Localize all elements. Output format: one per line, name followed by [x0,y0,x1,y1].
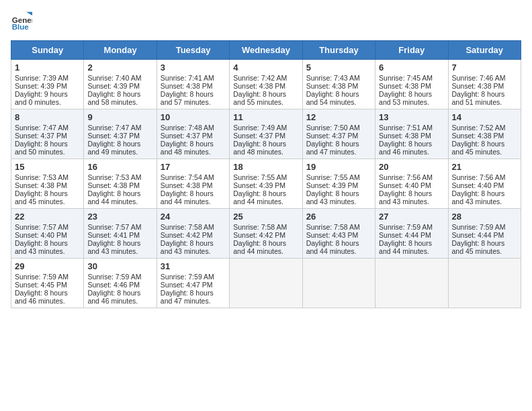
sunset-text: Sunset: 4:46 PM [87,281,152,289]
day-number: 14 [452,112,517,122]
calendar-cell: 25Sunrise: 7:58 AMSunset: 4:42 PMDayligh… [230,209,302,259]
day-of-week-friday: Friday [375,41,448,60]
sunset-text: Sunset: 4:37 PM [306,132,371,140]
calendar-cell: 27Sunrise: 7:59 AMSunset: 4:44 PMDayligh… [375,209,448,259]
calendar-cell: 11Sunrise: 7:49 AMSunset: 4:37 PMDayligh… [230,109,302,159]
daylight-text: Daylight: 8 hours and 43 minutes. [161,239,226,255]
calendar-cell: 29Sunrise: 7:59 AMSunset: 4:45 PMDayligh… [11,259,84,308]
sunset-text: Sunset: 4:38 PM [15,181,80,189]
svg-marker-2 [26,12,32,15]
daylight-text: Daylight: 8 hours and 48 minutes. [161,140,226,156]
daylight-text: Daylight: 8 hours and 47 minutes. [161,289,226,305]
day-number: 3 [161,62,226,73]
sunrise-text: Sunrise: 7:50 AM [306,124,371,132]
sunrise-text: Sunrise: 7:59 AM [379,223,444,231]
logo: General Blue [11,11,32,32]
calendar-cell: 2Sunrise: 7:40 AMSunset: 4:39 PMDaylight… [84,60,157,109]
day-number: 6 [379,62,444,73]
sunrise-text: Sunrise: 7:47 AM [87,124,152,132]
sunrise-text: Sunrise: 7:56 AM [379,173,444,181]
day-number: 9 [87,112,152,122]
sunset-text: Sunset: 4:39 PM [306,181,371,189]
day-number: 26 [306,212,371,222]
calendar-week-3: 15Sunrise: 7:53 AMSunset: 4:38 PMDayligh… [11,159,521,209]
calendar-cell: 20Sunrise: 7:56 AMSunset: 4:40 PMDayligh… [375,159,448,209]
daylight-text: Daylight: 8 hours and 53 minutes. [379,90,444,106]
day-of-week-wednesday: Wednesday [230,41,302,60]
page-header: General Blue [11,11,521,32]
sunset-text: Sunset: 4:41 PM [87,231,152,239]
calendar-cell: 22Sunrise: 7:57 AMSunset: 4:40 PMDayligh… [11,209,84,259]
calendar-week-5: 29Sunrise: 7:59 AMSunset: 4:45 PMDayligh… [11,259,521,308]
calendar-cell: 26Sunrise: 7:58 AMSunset: 4:43 PMDayligh… [302,209,375,259]
daylight-text: Daylight: 8 hours and 43 minutes. [87,239,152,255]
day-number: 22 [15,212,80,222]
daylight-text: Daylight: 8 hours and 49 minutes. [87,140,152,156]
daylight-text: Daylight: 8 hours and 55 minutes. [233,90,298,106]
calendar-cell [230,259,302,308]
sunset-text: Sunset: 4:38 PM [306,82,371,90]
day-number: 24 [161,212,226,222]
day-number: 10 [161,112,226,122]
sunrise-text: Sunrise: 7:45 AM [379,74,444,82]
day-of-week-thursday: Thursday [302,41,375,60]
calendar-cell: 7Sunrise: 7:46 AMSunset: 4:38 PMDaylight… [448,60,521,109]
day-number: 7 [452,62,517,73]
sunset-text: Sunset: 4:40 PM [379,181,444,189]
daylight-text: Daylight: 8 hours and 44 minutes. [233,189,298,205]
sunrise-text: Sunrise: 7:40 AM [87,74,152,82]
sunrise-text: Sunrise: 7:57 AM [15,223,80,231]
calendar-week-1: 1Sunrise: 7:39 AMSunset: 4:39 PMDaylight… [11,60,521,109]
sunset-text: Sunset: 4:38 PM [161,82,226,90]
day-number: 2 [87,62,152,73]
calendar-week-2: 8Sunrise: 7:47 AMSunset: 4:37 PMDaylight… [11,109,521,159]
sunset-text: Sunset: 4:38 PM [379,132,444,140]
sunrise-text: Sunrise: 7:46 AM [452,74,517,82]
daylight-text: Daylight: 9 hours and 0 minutes. [15,90,80,106]
daylight-text: Daylight: 8 hours and 57 minutes. [161,90,226,106]
sunset-text: Sunset: 4:43 PM [306,231,371,239]
sunrise-text: Sunrise: 7:52 AM [452,124,517,132]
calendar-cell: 10Sunrise: 7:48 AMSunset: 4:37 PMDayligh… [157,109,229,159]
daylight-text: Daylight: 8 hours and 47 minutes. [306,140,371,156]
sunrise-text: Sunrise: 7:58 AM [233,223,298,231]
calendar-cell [302,259,375,308]
daylight-text: Daylight: 8 hours and 50 minutes. [15,140,80,156]
day-of-week-saturday: Saturday [448,41,521,60]
sunset-text: Sunset: 4:39 PM [87,82,152,90]
day-of-week-sunday: Sunday [11,41,84,60]
sunrise-text: Sunrise: 7:42 AM [233,74,298,82]
day-number: 18 [233,162,298,172]
sunset-text: Sunset: 4:38 PM [379,82,444,90]
day-number: 17 [161,162,226,172]
day-number: 13 [379,112,444,122]
day-number: 15 [15,162,80,172]
daylight-text: Daylight: 8 hours and 43 minutes. [15,239,80,255]
sunrise-text: Sunrise: 7:39 AM [15,74,80,82]
sunset-text: Sunset: 4:44 PM [379,231,444,239]
sunset-text: Sunset: 4:45 PM [15,281,80,289]
sunset-text: Sunset: 4:44 PM [452,231,517,239]
sunrise-text: Sunrise: 7:41 AM [161,74,226,82]
calendar-cell [375,259,448,308]
day-number: 28 [452,212,517,222]
day-number: 20 [379,162,444,172]
day-of-week-tuesday: Tuesday [157,41,229,60]
daylight-text: Daylight: 8 hours and 45 minutes. [452,239,517,255]
day-number: 16 [87,162,152,172]
daylight-text: Daylight: 8 hours and 43 minutes. [379,189,444,205]
daylight-text: Daylight: 8 hours and 44 minutes. [161,189,226,205]
calendar-cell: 31Sunrise: 7:59 AMSunset: 4:47 PMDayligh… [157,259,229,308]
calendar-table: SundayMondayTuesdayWednesdayThursdayFrid… [11,40,521,308]
sunrise-text: Sunrise: 7:55 AM [233,173,298,181]
day-number: 5 [306,62,371,73]
sunset-text: Sunset: 4:47 PM [161,281,226,289]
day-number: 21 [452,162,517,172]
daylight-text: Daylight: 8 hours and 43 minutes. [306,189,371,205]
daylight-text: Daylight: 8 hours and 44 minutes. [306,239,371,255]
day-number: 1 [15,62,80,73]
calendar-cell: 15Sunrise: 7:53 AMSunset: 4:38 PMDayligh… [11,159,84,209]
sunset-text: Sunset: 4:37 PM [233,132,298,140]
calendar-cell: 19Sunrise: 7:55 AMSunset: 4:39 PMDayligh… [302,159,375,209]
daylight-text: Daylight: 8 hours and 44 minutes. [379,239,444,255]
